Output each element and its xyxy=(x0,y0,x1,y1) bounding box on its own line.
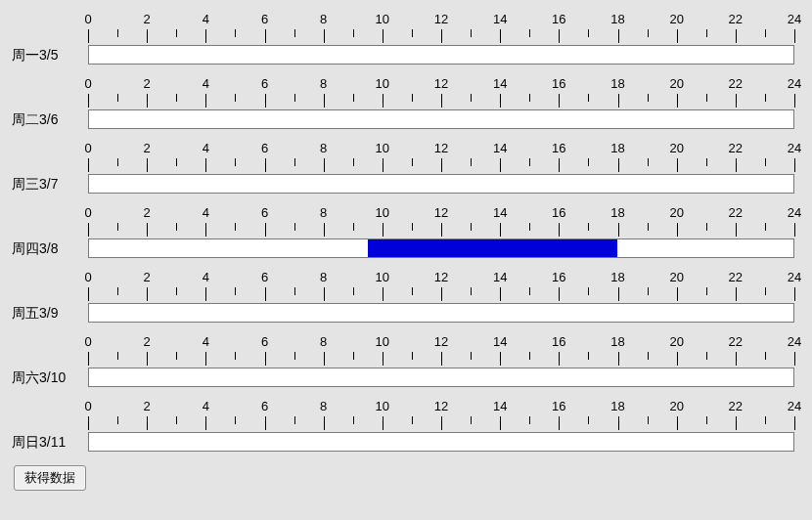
tick-minor xyxy=(765,352,766,360)
tick-major xyxy=(205,29,206,43)
tick-major xyxy=(383,352,383,366)
tick-minor xyxy=(471,352,472,360)
day-row: 周二3/6024681012141618202224 xyxy=(12,74,794,131)
axis-tick-label: 8 xyxy=(320,334,327,349)
axis-tick-label: 24 xyxy=(788,205,801,220)
axis-tick-label: 22 xyxy=(729,270,743,284)
tick-minor xyxy=(706,158,707,166)
day-label: 周五3/9 xyxy=(12,305,88,325)
axis-tick-label: 14 xyxy=(493,270,507,284)
tick-major xyxy=(618,223,619,237)
axis-tick-label: 6 xyxy=(261,12,268,26)
axis-tick-label: 10 xyxy=(376,12,389,26)
tick-major xyxy=(794,94,795,108)
axis-tick-label: 0 xyxy=(84,334,91,349)
tick-minor xyxy=(353,29,354,37)
tick-minor xyxy=(529,223,530,231)
tick-minor xyxy=(648,158,649,166)
tick-minor xyxy=(412,223,413,231)
tick-major xyxy=(324,287,325,301)
tick-major xyxy=(500,223,501,237)
get-data-button[interactable]: 获得数据 xyxy=(14,465,86,491)
axis-tick-label: 22 xyxy=(729,76,743,91)
tick-minor xyxy=(353,352,354,360)
time-track[interactable] xyxy=(88,109,794,129)
tick-minor xyxy=(412,416,413,424)
tick-minor xyxy=(706,352,707,360)
tick-minor xyxy=(471,287,472,295)
axis-tick-label: 16 xyxy=(552,12,565,26)
axis-tick-label: 24 xyxy=(788,270,801,284)
tick-minor xyxy=(648,94,649,102)
time-track[interactable] xyxy=(88,238,794,258)
time-segment[interactable] xyxy=(368,239,617,257)
axis-tick-label: 8 xyxy=(320,270,327,284)
time-track[interactable] xyxy=(88,45,794,65)
tick-minor xyxy=(235,287,236,295)
timeline: 024681012141618202224 xyxy=(88,399,794,454)
axis-tick-label: 10 xyxy=(376,141,389,155)
tick-major xyxy=(324,29,325,43)
tick-minor xyxy=(176,416,177,424)
axis-tick-label: 4 xyxy=(203,205,209,220)
time-track[interactable] xyxy=(88,368,794,387)
tick-minor xyxy=(294,29,295,37)
axis-tick-label: 4 xyxy=(203,141,209,155)
axis-tick-label: 4 xyxy=(203,76,209,91)
tick-minor xyxy=(765,158,766,166)
axis-tick-label: 14 xyxy=(493,399,507,413)
axis-tick-label: 20 xyxy=(669,141,683,155)
axis-ticks xyxy=(88,352,794,368)
axis-tick-label: 0 xyxy=(84,141,91,155)
axis-tick-label: 12 xyxy=(434,76,448,91)
tick-minor xyxy=(588,158,589,166)
tick-major xyxy=(794,287,795,301)
axis-tick-label: 10 xyxy=(376,334,389,349)
tick-minor xyxy=(706,223,707,231)
tick-major xyxy=(441,287,442,301)
day-label: 周四3/8 xyxy=(12,240,88,260)
axis-tick-label: 16 xyxy=(552,76,565,91)
axis-tick-label: 6 xyxy=(261,334,268,349)
tick-major xyxy=(677,158,678,172)
axis-tick-label: 10 xyxy=(376,205,389,220)
time-track[interactable] xyxy=(88,174,794,194)
tick-major xyxy=(677,352,678,366)
tick-major xyxy=(324,223,325,237)
tick-minor xyxy=(706,287,707,295)
axis-tick-label: 8 xyxy=(320,12,327,26)
tick-major xyxy=(500,287,501,301)
tick-minor xyxy=(412,287,413,295)
axis-tick-label: 22 xyxy=(729,334,743,349)
axis-tick-label: 20 xyxy=(669,399,683,413)
tick-major xyxy=(88,223,89,237)
time-track[interactable] xyxy=(88,303,794,323)
tick-major xyxy=(559,416,560,430)
tick-major xyxy=(205,287,206,301)
tick-minor xyxy=(235,416,236,424)
axis-tick-label: 0 xyxy=(84,399,91,413)
timeline: 024681012141618202224 xyxy=(88,76,794,131)
axis-tick-label: 12 xyxy=(434,141,448,155)
tick-minor xyxy=(412,29,413,37)
tick-major xyxy=(383,416,383,430)
axis-ticks xyxy=(88,29,794,45)
tick-major xyxy=(205,352,206,366)
tick-major xyxy=(500,29,501,43)
tick-minor xyxy=(353,223,354,231)
axis-ticks xyxy=(88,94,794,109)
tick-major xyxy=(324,94,325,108)
axis-tick-label: 20 xyxy=(669,12,683,26)
axis-tick-label: 20 xyxy=(669,270,683,284)
tick-major xyxy=(265,352,266,366)
day-row: 周一3/5024681012141618202224 xyxy=(12,10,794,66)
axis-tick-label: 2 xyxy=(144,334,151,349)
tick-major xyxy=(147,287,148,301)
tick-major xyxy=(559,158,560,172)
tick-minor xyxy=(765,287,766,295)
tick-major xyxy=(205,416,206,430)
timeline: 024681012141618202224 xyxy=(88,141,794,195)
tick-minor xyxy=(648,416,649,424)
time-track[interactable] xyxy=(88,432,794,452)
axis-labels: 024681012141618202224 xyxy=(88,205,794,223)
